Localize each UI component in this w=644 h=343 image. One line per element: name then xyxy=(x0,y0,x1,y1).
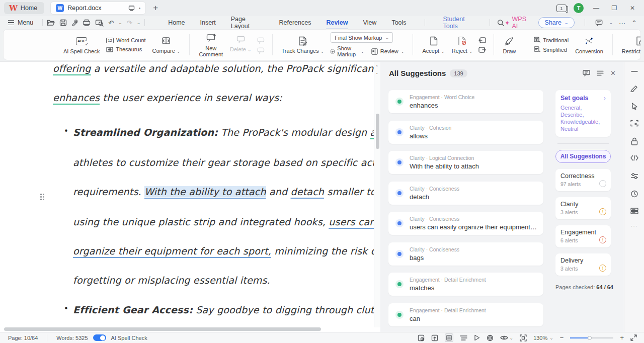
previous-change-icon[interactable] xyxy=(478,37,486,43)
minimize-button[interactable]: — xyxy=(591,5,602,12)
play-slideshow-icon[interactable] xyxy=(474,334,480,341)
ruler-toggle-icon[interactable]: ▪ xyxy=(374,72,379,75)
undo-dropdown-icon[interactable]: ⌄ xyxy=(118,20,122,25)
document-vertical-scrollbar[interactable]: ⌃ ▪ xyxy=(374,62,380,327)
doc-line[interactable]: requirements. With the ability to attach… xyxy=(73,186,380,197)
zoom-level[interactable]: 130% xyxy=(533,335,547,341)
conversion-button[interactable]: Conversion xyxy=(572,36,607,54)
user-avatar[interactable]: T xyxy=(574,3,584,13)
word-count-button[interactable]: 12 Word Count xyxy=(106,37,145,43)
home-tab[interactable]: W Home xyxy=(4,2,44,14)
view-mode-print-layout-active[interactable] xyxy=(445,333,453,342)
web-layout-icon[interactable] xyxy=(487,334,494,341)
menu-button[interactable]: Menu xyxy=(18,19,33,26)
zoom-in-button[interactable]: + xyxy=(620,334,624,341)
next-change-icon[interactable] xyxy=(478,47,486,53)
suggestion-card[interactable]: Engagement · Word Choiceenhances xyxy=(388,90,543,113)
suggestion-card[interactable]: Engagement · Detail Enrichmentmatches xyxy=(388,273,543,296)
page-indicator[interactable]: Page: 10/64 xyxy=(8,335,38,341)
simplified-button[interactable]: Simplified xyxy=(534,46,569,53)
previous-comment-icon[interactable] xyxy=(257,37,265,44)
suggestion-underlined-text[interactable]: enhances xyxy=(53,92,100,103)
zoom-slider-knob[interactable] xyxy=(588,336,592,340)
document-tab[interactable]: W Report.docx • xyxy=(50,2,146,15)
outline-view-icon[interactable] xyxy=(460,335,467,341)
layout-panel-icon[interactable] xyxy=(630,208,638,214)
collapse-ribbon-icon[interactable]: ⌃ xyxy=(631,19,637,27)
close-button[interactable]: ✕ xyxy=(627,5,638,12)
tab-tools[interactable]: Tools xyxy=(390,18,407,28)
scroll-up-icon[interactable]: ⌃ xyxy=(374,65,379,69)
all-suggestions-filter-button[interactable]: All Suggestions xyxy=(555,150,611,163)
suggestion-card[interactable]: Clarity · Concisenessusers can easily or… xyxy=(388,212,543,235)
new-comment-button[interactable]: NewComment xyxy=(195,33,226,57)
collapse-strip-icon[interactable] xyxy=(631,70,638,72)
suggestion-underlined-text[interactable]: users can easily xyxy=(329,216,380,227)
ai-spell-check-button[interactable]: ABC AI Spell Check xyxy=(60,36,103,54)
set-goals-card[interactable]: Set goals › General, Describe, Knowledge… xyxy=(555,90,611,137)
fullscreen-icon[interactable] xyxy=(630,334,637,341)
zoom-dropdown-icon[interactable]: ⌄ xyxy=(549,335,553,340)
tab-review[interactable]: Review xyxy=(325,18,349,28)
suggestion-underlined-text[interactable]: With the ability to attach xyxy=(144,186,266,197)
suggestion-underlined-text[interactable]: organize their equipment for each sport, xyxy=(73,245,271,256)
preview-eye-icon[interactable] xyxy=(500,335,508,340)
paragraph-drag-handle-icon[interactable] xyxy=(40,194,45,200)
suggestion-card[interactable]: Engagement · Detail Enrichmentcan xyxy=(388,303,543,326)
more-options-icon[interactable]: ··· xyxy=(619,19,625,27)
category-card-clarity[interactable]: Clarity3 alerts! xyxy=(555,197,611,219)
wps-ai-button[interactable]: ✦ WPS AI xyxy=(505,16,532,30)
eye-dropdown-icon[interactable]: ⌄ xyxy=(510,335,514,340)
doc-line[interactable]: using the unique plastic strip and integ… xyxy=(73,216,380,227)
suggestion-card[interactable]: Clarity · Logical ConnectionWith the abi… xyxy=(388,151,543,174)
zoom-slider[interactable] xyxy=(570,337,613,338)
next-comment-icon[interactable] xyxy=(257,47,265,54)
category-card-correctness[interactable]: Correctness97 alerts xyxy=(555,169,611,191)
print-icon[interactable] xyxy=(83,19,91,26)
tab-student-tools[interactable]: Student Tools xyxy=(442,14,480,31)
tab-view[interactable]: View xyxy=(362,18,378,28)
doc-line[interactable]: athletes to customize their gear storage… xyxy=(73,157,380,168)
save-icon[interactable] xyxy=(59,19,67,26)
category-card-engagement[interactable]: Engagement6 alerts! xyxy=(555,225,611,247)
category-card-delivery[interactable]: Delivery3 alerts! xyxy=(555,253,611,276)
suggestion-card[interactable]: Clarity · Concisenessdetach xyxy=(388,182,543,205)
print-preview-icon[interactable] xyxy=(95,19,104,27)
thesaurus-button[interactable]: Thesaurus xyxy=(106,46,145,52)
suggestion-underlined-text[interactable]: detach xyxy=(291,186,325,197)
undo-icon[interactable]: ↶ xyxy=(108,19,114,27)
doc-line[interactable]: enhances the user experience in several … xyxy=(53,92,282,103)
tab-insert[interactable]: Insert xyxy=(199,18,217,28)
markup-mode-select[interactable]: Final Show Markup ⌄ xyxy=(331,32,393,43)
window-count-badge[interactable]: 1 xyxy=(556,5,567,12)
select-cursor-icon[interactable] xyxy=(630,102,638,110)
view-mode-write-icon[interactable] xyxy=(431,334,438,341)
restrict-editing-button[interactable]: Restrict Editing xyxy=(618,36,641,54)
comments-dropdown-icon[interactable]: ⌄ xyxy=(609,20,613,25)
lock-icon[interactable] xyxy=(631,137,638,145)
doc-line[interactable]: offering a versatile and adaptable solut… xyxy=(53,63,380,74)
doc-line[interactable]: •Streamlined Organization: The ProPack's… xyxy=(73,127,380,138)
export-pdf-icon[interactable] xyxy=(71,19,78,27)
show-markup-button[interactable]: Show Markup ⌄ xyxy=(331,45,364,57)
settings-sliders-icon[interactable] xyxy=(630,173,638,180)
share-button[interactable]: Share ⌄ xyxy=(538,17,575,28)
new-tab-button[interactable]: + xyxy=(153,3,158,13)
word-count-indicator[interactable]: Words: 5325 xyxy=(56,335,88,341)
quickbar-expand-icon[interactable]: ⌄ xyxy=(137,20,141,25)
draw-button[interactable]: Draw xyxy=(500,36,520,54)
review-panel-button[interactable]: Review ⌄ xyxy=(371,45,405,57)
ai-spell-check-toggle[interactable] xyxy=(93,334,106,341)
code-icon[interactable] xyxy=(630,155,638,161)
suggestion-underlined-text[interactable]: offering xyxy=(53,63,91,74)
vertical-scroll-thumb[interactable] xyxy=(376,114,379,149)
zoom-out-button[interactable]: − xyxy=(560,334,564,341)
reject-change-button[interactable]: Reject ⌄ xyxy=(448,35,476,54)
tab-references[interactable]: References xyxy=(278,18,312,28)
panel-list-icon[interactable] xyxy=(597,70,604,76)
edit-pen-icon[interactable] xyxy=(630,84,638,92)
view-mode-read-icon[interactable] xyxy=(418,334,425,341)
maximize-button[interactable]: ❐ xyxy=(609,5,620,12)
horizontal-scroll-thumb[interactable] xyxy=(4,327,321,331)
search-icon[interactable] xyxy=(497,19,505,27)
